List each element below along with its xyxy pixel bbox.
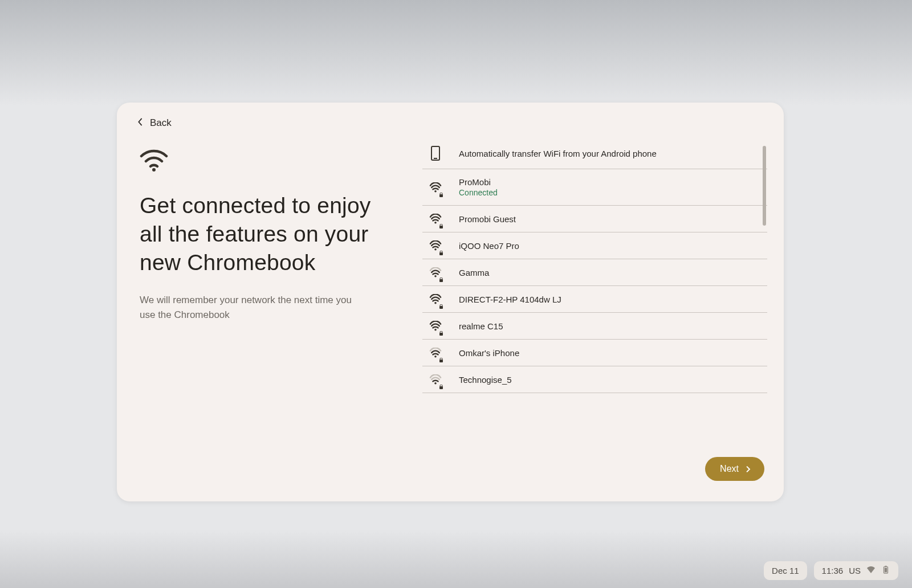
wifi-tray-icon <box>866 566 876 575</box>
desktop-background: Back Get connected to enjoy all the feat… <box>0 0 912 588</box>
svg-point-15 <box>434 356 437 358</box>
network-panel: Automatically transfer WiFi from your An… <box>422 132 784 495</box>
svg-rect-8 <box>439 252 443 255</box>
transfer-from-phone-row[interactable]: Automatically transfer WiFi from your An… <box>422 138 767 169</box>
svg-point-0 <box>152 168 156 172</box>
svg-point-7 <box>434 248 437 251</box>
wifi-icon <box>429 348 442 358</box>
tray-date[interactable]: Dec 11 <box>764 561 807 580</box>
network-row[interactable]: iQOO Neo7 Pro <box>422 232 767 259</box>
back-label: Back <box>150 117 172 129</box>
svg-rect-21 <box>885 568 887 573</box>
scroll-thumb[interactable] <box>763 146 766 226</box>
next-button[interactable]: Next <box>705 457 764 481</box>
network-ssid: ProMobi <box>459 177 498 187</box>
page-subtitle: We will remember your network the next t… <box>140 293 368 323</box>
phone-icon <box>428 146 443 161</box>
back-button[interactable]: Back <box>117 103 191 132</box>
svg-point-17 <box>434 382 437 385</box>
svg-rect-10 <box>439 279 443 282</box>
svg-rect-18 <box>439 386 443 389</box>
network-ssid: Promobi Guest <box>459 214 516 224</box>
svg-rect-6 <box>439 226 443 228</box>
network-row[interactable]: Omkar's iPhone <box>422 340 767 366</box>
svg-point-13 <box>434 329 437 331</box>
network-row[interactable]: realme C15 <box>422 313 767 340</box>
svg-rect-16 <box>439 360 443 362</box>
network-row[interactable]: Technogise_5 <box>422 366 767 393</box>
network-ssid: DIRECT-F2-HP 4104dw LJ <box>459 295 561 304</box>
svg-point-3 <box>434 190 437 192</box>
network-list: Automatically transfer WiFi from your An… <box>422 138 768 434</box>
network-ssid: realme C15 <box>459 321 503 331</box>
wifi-icon <box>429 294 442 304</box>
wifi-icon <box>429 182 442 193</box>
wifi-icon <box>429 214 442 224</box>
page-title: Get connected to enjoy all the features … <box>140 191 390 277</box>
wifi-icon <box>429 374 442 385</box>
battery-tray-icon <box>881 566 890 575</box>
svg-rect-4 <box>439 194 443 197</box>
svg-rect-20 <box>885 566 887 567</box>
wifi-icon <box>429 267 442 277</box>
chevron-right-icon <box>744 466 752 473</box>
svg-point-5 <box>434 222 437 224</box>
wifi-icon <box>429 321 442 331</box>
svg-point-11 <box>434 302 437 304</box>
svg-rect-14 <box>439 333 443 336</box>
network-row[interactable]: Gamma <box>422 259 767 286</box>
network-ssid: Omkar's iPhone <box>459 348 519 358</box>
system-tray[interactable]: Dec 11 11:36 US <box>764 561 898 580</box>
transfer-label: Automatically transfer WiFi from your An… <box>459 149 657 158</box>
network-row[interactable]: Promobi Guest <box>422 206 767 232</box>
tray-status[interactable]: 11:36 US <box>814 561 898 580</box>
svg-rect-12 <box>439 306 443 309</box>
network-row[interactable]: DIRECT-F2-HP 4104dw LJ <box>422 286 767 313</box>
network-ssid: Technogise_5 <box>459 375 512 385</box>
left-pane: Get connected to enjoy all the features … <box>117 132 422 495</box>
onboarding-dialog: Back Get connected to enjoy all the feat… <box>117 103 784 501</box>
network-ssid: iQOO Neo7 Pro <box>459 241 519 251</box>
scrollbar[interactable] <box>763 146 766 426</box>
wifi-hero-icon <box>140 148 413 174</box>
wifi-icon <box>429 240 442 251</box>
svg-point-9 <box>434 275 437 277</box>
next-label: Next <box>720 464 739 474</box>
network-ssid: Gamma <box>459 268 489 277</box>
network-status: Connected <box>459 188 498 197</box>
network-row[interactable]: ProMobi Connected <box>422 169 767 206</box>
chevron-left-icon <box>136 117 144 129</box>
